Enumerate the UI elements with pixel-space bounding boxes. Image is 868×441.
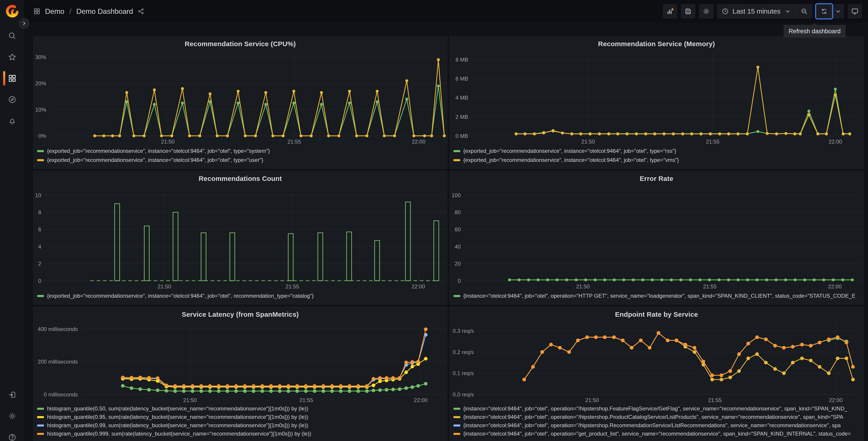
sidebar-item-configuration[interactable] [8,412,17,421]
refresh-icon [820,8,828,15]
save-dashboard-button[interactable] [681,4,695,19]
time-series-plot[interactable]: 02040608010021:5021:5522:00 [450,183,864,290]
legend-item[interactable]: histogram_quantile(0.95, sum(rate(latenc… [37,414,445,420]
legend-item[interactable]: {exported_job="recommendationservice", i… [454,157,861,164]
legend-item[interactable]: {exported_job="recommendationservice", i… [37,293,445,299]
panel-title[interactable]: Endpoint Rate by Service [450,307,864,319]
time-series-plot[interactable]: 0%10%20%30%21:5021:5522:00 [33,49,447,145]
zoom-out-time-button[interactable] [796,4,812,19]
zoom-out-icon [801,8,808,15]
refresh-dashboard-button[interactable] [816,4,832,19]
svg-text:30%: 30% [35,54,46,60]
time-series-plot[interactable]: 0.0 req/s0.1 req/s0.2 req/s0.3 req/s21:5… [450,319,864,404]
sign-in-icon [8,390,17,399]
legend-label: {instance="otelcol:9464", job="otel", op… [463,293,856,299]
monitor-icon [851,7,859,15]
svg-text:20%: 20% [35,80,46,86]
help-circle-icon [8,433,17,441]
add-panel-button[interactable] [663,4,677,19]
panel-title[interactable]: Recommendations Count [33,171,447,183]
panel-title[interactable]: Service Latency (from SpanMetrics) [33,307,447,319]
svg-text:10: 10 [35,192,41,198]
refresh-interval-dropdown[interactable] [832,4,844,19]
series-color-swatch [37,424,44,427]
svg-text:0%: 0% [38,133,46,139]
gear-icon [702,7,710,15]
panel-recommendation-memory: Recommendation Service (Memory) 0 MB2 MB… [450,36,864,169]
svg-text:0: 0 [458,278,461,284]
breadcrumb-folder[interactable]: Demo [45,7,64,16]
svg-text:400 milliseconds: 400 milliseconds [38,326,78,332]
legend-label: {instance="otelcol:9464", job="otel", op… [463,406,848,412]
apps-grid-icon [33,8,40,15]
legend-label: histogram_quantile(0.50, sum(rate(latenc… [47,406,308,412]
sidebar-item-alerting[interactable] [8,116,17,125]
svg-text:22:00: 22:00 [828,139,842,145]
refresh-tooltip: Refresh dashboard [784,25,846,38]
panel-title[interactable]: Error Rate [450,171,864,183]
cycle-view-mode-button[interactable] [848,4,862,19]
share-icon[interactable] [137,8,144,15]
panel-recommendations-count: Recommendations Count 024681021:5021:552… [33,171,447,304]
grafana-logo-icon[interactable] [5,4,19,19]
svg-text:40: 40 [455,243,461,250]
dashboard-header: Demo / Demo Dashboard [24,0,868,23]
sidebar-item-starred[interactable] [8,53,17,62]
series-color-swatch [37,408,44,410]
sidebar-item-explore[interactable] [8,95,17,104]
sidebar-item-help[interactable] [8,433,17,441]
legend-item[interactable]: {instance="otelcol:9464", job="otel", op… [454,414,861,420]
svg-text:80: 80 [455,209,461,215]
legend-label: {exported_job="recommendationservice", i… [463,157,679,163]
svg-text:21:55: 21:55 [299,397,313,403]
panel-title[interactable]: Recommendation Service (CPU%) [33,36,447,49]
svg-text:21:55: 21:55 [706,139,719,145]
svg-text:22:00: 22:00 [828,284,841,290]
svg-text:21:50: 21:50 [581,139,595,145]
legend-label: histogram_quantile(0.99, sum(rate(latenc… [47,422,308,429]
sidebar-item-search[interactable] [8,31,17,40]
sidebar [0,0,24,441]
legend-item[interactable]: {instance="otelcol:9464", job="otel", op… [454,430,861,437]
time-range-picker[interactable]: Last 15 minutes [717,4,796,19]
breadcrumb-dashboard-title[interactable]: Demo Dashboard [76,7,133,16]
time-picker-group: Last 15 minutes [717,4,812,19]
refresh-group [816,4,844,19]
time-series-plot[interactable]: 0 MB2 MB4 MB6 MB8 MB21:5021:5522:00 [450,49,864,145]
time-series-plot[interactable]: 0 milliseconds200 milliseconds400 millis… [33,319,447,404]
legend-item[interactable]: {exported_job="recommendationservice", i… [37,148,445,154]
bar-chart-plot[interactable]: 024681021:5021:5522:00 [33,183,447,290]
series-color-swatch [454,150,460,152]
sidebar-expand-button[interactable] [19,18,29,29]
gear-icon [8,412,17,420]
legend-label: {exported_job="recommendationservice", i… [47,157,263,163]
svg-text:0 milliseconds: 0 milliseconds [44,391,78,398]
legend-item[interactable]: {instance="otelcol:9464", job="otel", op… [454,422,861,429]
legend: {exported_job="recommendationservice", i… [33,145,447,164]
sidebar-item-sign-in[interactable] [8,390,17,399]
dashboards-grid-icon [8,74,17,83]
dashboard-settings-button[interactable] [699,4,713,19]
legend-label: {instance="otelcol:9464", job="otel", op… [463,431,851,437]
svg-text:22:00: 22:00 [829,397,842,403]
legend-item[interactable]: {instance="otelcol:9464", job="otel", op… [454,293,861,299]
legend-item[interactable]: histogram_quantile(0.999, sum(rate(laten… [37,430,445,437]
breadcrumb: Demo / Demo Dashboard [33,7,144,16]
bell-icon [8,117,17,125]
legend-item[interactable]: {exported_job="recommendationservice", i… [37,157,445,164]
dashboard-grid: Recommendation Service (CPU%) 0%10%20%30… [24,23,868,441]
legend-item[interactable]: {exported_job="recommendationservice", i… [454,148,861,154]
clock-icon [722,8,729,15]
chevron-down-icon [784,8,791,15]
legend-label: {exported_job="recommendationservice", i… [463,148,676,154]
legend-item[interactable]: histogram_quantile(0.99, sum(rate(latenc… [37,422,445,429]
series-color-swatch [37,416,44,418]
legend-item[interactable]: histogram_quantile(0.50, sum(rate(latenc… [37,405,445,412]
svg-text:0.3 req/s: 0.3 req/s [453,328,474,334]
add-panel-icon [666,7,674,15]
svg-text:0.1 req/s: 0.1 req/s [453,370,474,376]
series-color-swatch [454,159,460,161]
sidebar-item-dashboards[interactable] [8,74,17,83]
legend-item[interactable]: {instance="otelcol:9464", job="otel", op… [454,405,861,412]
panel-title[interactable]: Recommendation Service (Memory) [450,36,864,49]
